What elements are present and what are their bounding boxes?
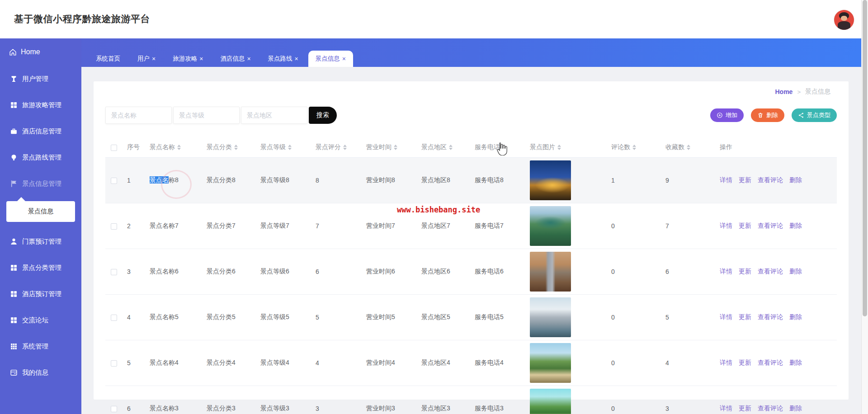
sidebar-item-system-mgmt[interactable]: 系统管理 [0, 333, 81, 359]
scenic-image[interactable] [530, 343, 571, 383]
sort-icon[interactable] [449, 145, 453, 150]
tab-scenic-route[interactable]: 景点路线 × [261, 51, 306, 67]
detail-link[interactable]: 详情 [720, 222, 732, 229]
table-row: 1 景点名称8 景点分类8 景点等级8 8 营业时间8 景点地区8 服务电话8 … [105, 158, 837, 203]
sidebar-item-scenic-info-mgmt[interactable]: 景点信息管理 [0, 170, 81, 197]
sort-icon[interactable] [177, 145, 181, 150]
breadcrumb-home-link[interactable]: Home [775, 88, 793, 95]
avatar[interactable] [834, 10, 854, 30]
sidebar-item-scenic-category-mgmt[interactable]: 景点分类管理 [0, 254, 81, 281]
page-scrollbar[interactable] [861, 0, 868, 414]
sort-icon[interactable] [394, 145, 397, 150]
update-link[interactable]: 更新 [739, 222, 751, 229]
tab-scenic-info-active[interactable]: 景点信息 × [308, 51, 353, 67]
row-actions: 详情更新查看评论删除 [718, 295, 837, 340]
grid-icon [10, 101, 18, 109]
view-comments-link[interactable]: 查看评论 [758, 359, 783, 366]
row-actions: 详情更新查看评论删除 [718, 158, 837, 203]
col-header-favorites[interactable]: 收藏数 [664, 137, 718, 158]
view-comments-link[interactable]: 查看评论 [758, 405, 783, 412]
tab-users[interactable]: 用户 × [130, 51, 163, 67]
scenic-type-button[interactable]: 景点类型 [792, 108, 837, 122]
col-header-category[interactable]: 景点分类 [205, 137, 259, 158]
row-checkbox[interactable] [111, 406, 117, 412]
sidebar-subitem-scenic-info[interactable]: 景点信息 [6, 201, 75, 222]
update-link[interactable]: 更新 [739, 313, 751, 320]
delete-link[interactable]: 删除 [789, 176, 802, 183]
click-annotation-ring [161, 170, 192, 199]
sidebar-item-forum[interactable]: 交流论坛 [0, 307, 81, 333]
scenic-image[interactable] [530, 389, 571, 414]
update-link[interactable]: 更新 [739, 359, 751, 366]
scenic-image[interactable] [530, 206, 571, 246]
scenic-level-input[interactable] [173, 107, 240, 124]
col-header-level[interactable]: 景点等级 [259, 137, 314, 158]
sidebar-item-ticket-booking-mgmt[interactable]: 门票预订管理 [0, 228, 81, 254]
scenic-name-input[interactable] [105, 107, 172, 124]
col-header-name[interactable]: 景点名称 [148, 137, 205, 158]
sort-icon[interactable] [557, 145, 561, 150]
sidebar-item-scenic-route-mgmt[interactable]: 景点路线管理 [0, 144, 81, 170]
trash-icon [757, 112, 764, 118]
row-checkbox[interactable] [111, 315, 117, 321]
col-header-comments[interactable]: 评论数 [609, 137, 664, 158]
sort-icon[interactable] [687, 145, 690, 150]
sort-icon[interactable] [632, 145, 636, 150]
search-button[interactable]: 搜索 [309, 107, 337, 124]
row-checkbox[interactable] [111, 178, 117, 184]
breadcrumb-separator: > [797, 89, 801, 95]
tab-travel-guide[interactable]: 旅游攻略 × [165, 51, 210, 67]
col-header-image[interactable]: 景点图片 [528, 137, 609, 158]
close-icon[interactable]: × [152, 56, 156, 62]
view-comments-link[interactable]: 查看评论 [758, 222, 783, 229]
col-header-hours[interactable]: 营业时间 [364, 137, 420, 158]
scenic-image[interactable] [530, 160, 571, 200]
scenic-area-input[interactable] [241, 107, 307, 124]
col-header-area[interactable]: 景点地区 [420, 137, 473, 158]
row-checkbox[interactable] [111, 360, 117, 367]
update-link[interactable]: 更新 [739, 268, 751, 275]
delete-link[interactable]: 删除 [789, 359, 802, 366]
row-checkbox[interactable] [111, 269, 117, 275]
detail-link[interactable]: 详情 [720, 313, 732, 320]
sort-icon[interactable] [288, 145, 292, 150]
delete-link[interactable]: 删除 [789, 313, 802, 320]
sidebar-item-travel-guide-mgmt[interactable]: 旅游攻略管理 [0, 92, 81, 118]
delete-button[interactable]: 删除 [751, 108, 784, 122]
close-icon[interactable]: × [247, 56, 250, 62]
close-icon[interactable]: × [295, 56, 298, 62]
scenic-image[interactable] [530, 252, 571, 292]
tab-system-home[interactable]: 系统首页 [89, 51, 127, 67]
toolbar-actions: 增加 删除 景点类型 [710, 108, 837, 122]
sidebar-item-hotel-info-mgmt[interactable]: 酒店信息管理 [0, 118, 81, 144]
delete-link[interactable]: 删除 [789, 222, 802, 229]
scenic-image[interactable] [530, 297, 571, 337]
add-button[interactable]: 增加 [710, 108, 744, 122]
tab-hotel-info[interactable]: 酒店信息 × [213, 51, 258, 67]
sidebar-item-hotel-booking-mgmt[interactable]: 酒店预订管理 [0, 281, 81, 307]
detail-link[interactable]: 详情 [720, 176, 732, 183]
delete-link[interactable]: 删除 [789, 405, 802, 412]
scrollbar-thumb[interactable] [863, 0, 867, 316]
sidebar-item-my-info[interactable]: 我的信息 [0, 359, 81, 386]
close-icon[interactable]: × [342, 56, 346, 62]
select-all-checkbox[interactable] [111, 145, 117, 151]
plus-circle-icon [717, 112, 723, 118]
update-link[interactable]: 更新 [739, 176, 751, 183]
view-comments-link[interactable]: 查看评论 [758, 176, 783, 183]
sort-icon[interactable] [343, 145, 347, 150]
update-link[interactable]: 更新 [739, 405, 751, 412]
close-icon[interactable]: × [199, 56, 203, 62]
sidebar-item-home[interactable]: Home [0, 38, 81, 66]
detail-link[interactable]: 详情 [720, 268, 732, 275]
detail-link[interactable]: 详情 [720, 405, 732, 412]
sort-icon[interactable] [234, 145, 238, 150]
view-comments-link[interactable]: 查看评论 [758, 313, 783, 320]
detail-link[interactable]: 详情 [720, 359, 732, 366]
table-header-row: 序号 景点名称 景点分类 景点等级 景点评分 营业时间 景点地区 服务电话 景点… [105, 137, 837, 158]
delete-link[interactable]: 删除 [789, 268, 802, 275]
row-checkbox[interactable] [111, 223, 117, 230]
sidebar-item-user-mgmt[interactable]: 用户管理 [0, 66, 81, 92]
view-comments-link[interactable]: 查看评论 [758, 268, 783, 275]
col-header-score[interactable]: 景点评分 [314, 137, 364, 158]
